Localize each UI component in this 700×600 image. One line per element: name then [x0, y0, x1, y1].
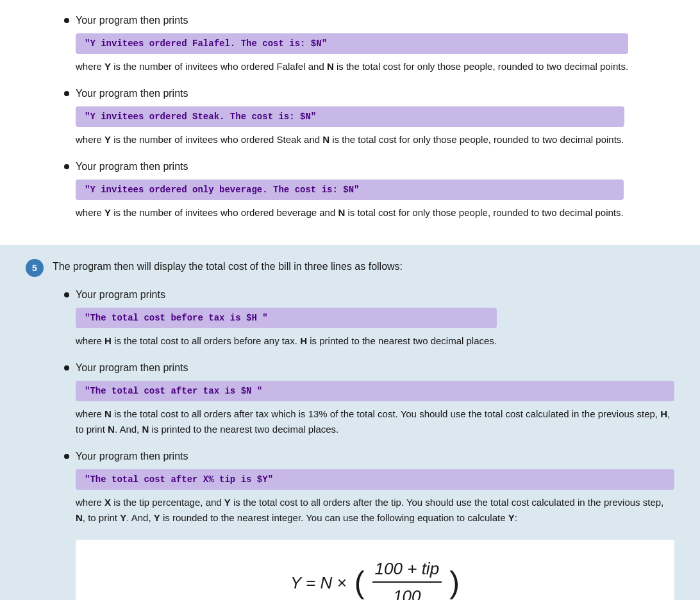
- math-formula: Y = N × ( 100 + tip 100 ): [290, 559, 460, 600]
- list-item: Your program then prints "Y invitees ord…: [64, 159, 674, 221]
- bullet-label: Your program then prints: [76, 13, 628, 28]
- bullet-icon: [64, 164, 69, 169]
- description-falafel: where Y is the number of invitees who or…: [76, 59, 628, 74]
- list-item: Your program then prints "Y invitees ord…: [64, 13, 674, 74]
- bullet-label: Your program then prints: [76, 159, 624, 174]
- code-block-falafel: "Y invitees ordered Falafel. The cost is…: [76, 33, 628, 54]
- bullet-label: Your program then prints: [76, 449, 674, 464]
- bullet-content: Your program prints "The total cost befo…: [76, 287, 497, 349]
- list-item: Your program then prints "The total cost…: [64, 449, 674, 600]
- list-item: Your program prints "The total cost befo…: [64, 287, 674, 349]
- formula-box: Y = N × ( 100 + tip 100 ): [76, 540, 674, 600]
- bullet-icon: [64, 292, 69, 297]
- description-after-tip: where X is the tip percentage, and Y is …: [76, 495, 674, 526]
- formula-lhs: Y = N ×: [290, 573, 347, 593]
- bullet-content: Your program then prints "The total cost…: [76, 449, 674, 600]
- close-paren: ): [449, 567, 460, 598]
- list-item: Your program then prints "Y invitees ord…: [64, 86, 674, 147]
- fraction: 100 + tip 100: [372, 559, 442, 600]
- description-before-tax: where H is the total cost to all orders …: [76, 333, 497, 349]
- description-beverage: where Y is the number of invitees who or…: [76, 205, 624, 221]
- bullet-label: Your program then prints: [76, 86, 624, 101]
- top-section: Your program then prints "Y invitees ord…: [0, 0, 700, 245]
- code-block-before-tax: "The total cost before tax is $H ": [76, 308, 497, 328]
- code-block-steak: "Y invitees ordered Steak. The cost is: …: [76, 106, 624, 127]
- top-bullet-list: Your program then prints "Y invitees ord…: [26, 13, 674, 221]
- numerator: 100 + tip: [372, 559, 442, 583]
- description-steak: where Y is the number of invitees who or…: [76, 132, 624, 147]
- list-item: Your program then prints "The total cost…: [64, 360, 674, 437]
- bullet-icon: [64, 18, 69, 23]
- bottom-section: 5 The program then will display the tota…: [0, 245, 700, 600]
- open-paren: (: [354, 567, 365, 598]
- code-block-beverage: "Y invitees ordered only beverage. The c…: [76, 179, 624, 200]
- code-block-after-tip: "The total cost after X% tip is $Y": [76, 469, 674, 490]
- section-intro-text: The program then will display the total …: [53, 258, 403, 274]
- bullet-icon: [64, 454, 69, 459]
- bullet-content: Your program then prints "Y invitees ord…: [76, 13, 628, 74]
- page-container: Your program then prints "Y invitees ord…: [0, 0, 700, 600]
- code-block-after-tax: "The total cost after tax is $N ": [76, 381, 674, 401]
- bullet-content: Your program then prints "Y invitees ord…: [76, 86, 624, 147]
- bullet-icon: [64, 91, 69, 96]
- description-after-tax: where N is the total cost to all orders …: [76, 406, 674, 437]
- section-header: 5 The program then will display the tota…: [26, 258, 674, 277]
- bottom-bullet-list: Your program prints "The total cost befo…: [26, 287, 674, 600]
- bullet-content: Your program then prints "Y invitees ord…: [76, 159, 624, 221]
- bullet-content: Your program then prints "The total cost…: [76, 360, 674, 437]
- denominator: 100: [390, 584, 423, 600]
- bullet-label: Your program then prints: [76, 360, 674, 376]
- bullet-label: Your program prints: [76, 287, 497, 303]
- step-badge: 5: [26, 259, 44, 277]
- bullet-icon: [64, 365, 69, 371]
